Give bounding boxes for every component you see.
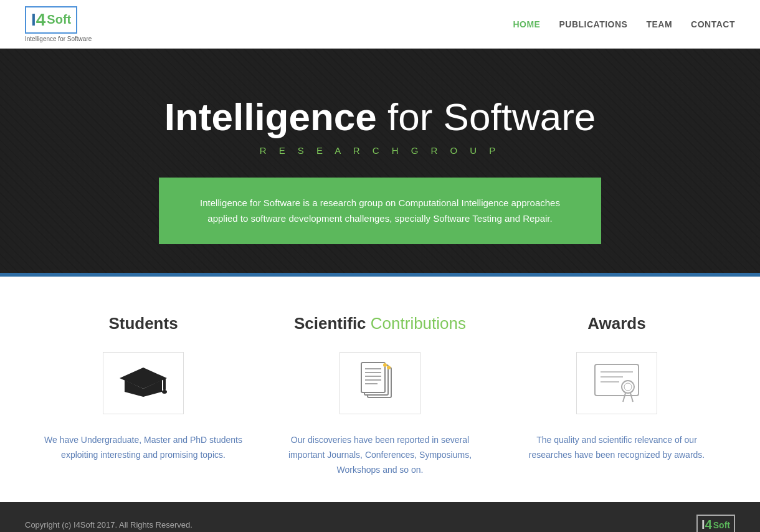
hero-title-bold: Intelligence bbox=[164, 95, 377, 138]
feature-contributions-title-colored: Contributions bbox=[366, 314, 466, 333]
publications-icon bbox=[355, 361, 405, 405]
feature-students: Students We have Undergraduate, Master a… bbox=[25, 314, 262, 477]
svg-rect-2 bbox=[163, 378, 166, 391]
feature-awards-title-bold: Awards bbox=[587, 314, 645, 333]
logo-area: I4 Soft Intelligence for Software bbox=[25, 6, 92, 42]
svg-point-13 bbox=[387, 366, 391, 369]
nav-publications[interactable]: PUBLICATIONS bbox=[559, 19, 627, 29]
main-nav: HOME PUBLICATIONS TEAM CONTACT bbox=[513, 19, 735, 29]
feature-students-desc: We have Undergraduate, Master and PhD st… bbox=[44, 433, 243, 463]
features-section: Students We have Undergraduate, Master a… bbox=[0, 277, 760, 502]
graduation-cap-icon bbox=[118, 364, 168, 402]
footer-logo: I4 Soft bbox=[696, 515, 735, 532]
hero-description-box: Intelligence for Software is a research … bbox=[159, 178, 601, 244]
feature-contributions-title-bold: Scientific bbox=[294, 314, 366, 333]
feature-students-icon-box bbox=[103, 352, 184, 414]
logo-i4: I4 bbox=[31, 10, 45, 30]
feature-contributions-title: Scientific Contributions bbox=[294, 314, 466, 333]
svg-point-3 bbox=[162, 390, 167, 394]
feature-students-title: Students bbox=[108, 314, 178, 333]
logo-soft: Soft bbox=[47, 12, 71, 27]
nav-home[interactable]: HOME bbox=[513, 19, 540, 29]
svg-point-18 bbox=[622, 381, 634, 393]
hero-title: Intelligence for Software bbox=[164, 96, 596, 138]
footer-logo-soft: Soft bbox=[713, 520, 730, 530]
hero-title-rest: for Software bbox=[377, 95, 596, 138]
feature-students-title-bold: Students bbox=[108, 314, 178, 333]
feature-awards-title: Awards bbox=[587, 314, 645, 333]
feature-contributions-icon-box bbox=[340, 352, 420, 414]
hero-section: Intelligence for Software R E S E A R C … bbox=[0, 49, 760, 273]
feature-awards: Awards The quality and scientific releva… bbox=[498, 314, 735, 477]
feature-awards-desc: The quality and scientific relevance of … bbox=[517, 433, 716, 463]
logo-box: I4 Soft bbox=[25, 6, 77, 34]
svg-rect-6 bbox=[361, 363, 385, 392]
feature-contributions: Scientific Contributions Our discoveries… bbox=[262, 314, 498, 477]
nav-team[interactable]: TEAM bbox=[646, 19, 672, 29]
site-header: I4 Soft Intelligence for Software HOME P… bbox=[0, 0, 760, 49]
svg-point-12 bbox=[383, 363, 387, 367]
feature-awards-icon-box bbox=[576, 352, 657, 414]
award-icon bbox=[592, 363, 642, 404]
feature-contributions-desc: Our discoveries have been reported in se… bbox=[280, 433, 480, 477]
footer-copyright: Copyright (c) I4Soft 2017. All Rights Re… bbox=[25, 520, 192, 530]
site-footer: Copyright (c) I4Soft 2017. All Rights Re… bbox=[0, 502, 760, 532]
hero-subtitle: R E S E A R C H G R O U P bbox=[260, 145, 501, 156]
footer-logo-i4: I4 bbox=[701, 518, 712, 532]
logo-tagline: Intelligence for Software bbox=[25, 36, 92, 42]
nav-contact[interactable]: CONTACT bbox=[691, 19, 735, 29]
hero-description: Intelligence for Software is a research … bbox=[184, 195, 576, 227]
